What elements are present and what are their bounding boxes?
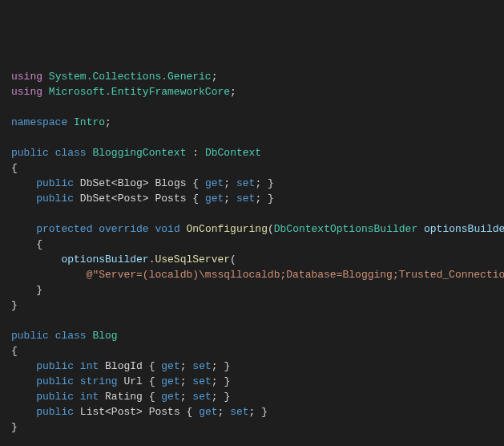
blank-line [11,99,493,115]
class-name: BloggingContext [92,147,186,159]
code-line: using System.Collections.Generic; [11,69,493,84]
code-line: { [11,160,493,176]
code-line: } [11,298,493,313]
code-line: public class Blog [11,328,493,343]
code-editor[interactable]: using System.Collections.Generic;using M… [11,69,493,446]
method-name: OnConfiguring [187,223,268,235]
code-line: } [11,282,493,298]
code-line: public List<Post> Posts { get; set; } [11,404,493,420]
namespace-name: Intro [74,116,105,128]
code-line: } [11,420,493,435]
code-line: public int BlogId { get; set; } [11,359,493,374]
code-line: using Microsoft.EntityFrameworkCore; [11,84,493,99]
class-name: Blog [92,330,117,342]
connection-string: @"Server=(localdb)\mssqllocaldb;Database… [87,269,504,281]
blank-line [11,206,493,221]
keyword-using: using [11,71,42,83]
blank-line [11,130,493,145]
code-line: optionsBuilder.UseSqlServer( [11,252,493,267]
blank-line [11,435,493,446]
code-line: @"Server=(localdb)\mssqllocaldb;Database… [11,267,493,282]
namespace-ref: Microsoft.EntityFrameworkCore [49,86,230,98]
blank-line [11,313,493,328]
namespace-ref: System.Collections.Generic [49,71,212,83]
code-line: public string Url { get; set; } [11,374,493,389]
keyword-using: using [11,86,42,98]
code-line: { [11,343,493,359]
base-class: DbContext [205,147,261,159]
code-line: { [11,237,493,252]
code-line: protected override void OnConfiguring(Db… [11,221,493,237]
code-line: public DbSet<Blog> Blogs { get; set; } [11,176,493,191]
code-line: public class BloggingContext : DbContext [11,145,493,160]
keyword-namespace: namespace [11,116,67,128]
code-line: public DbSet<Post> Posts { get; set; } [11,191,493,206]
code-line: public int Rating { get; set; } [11,389,493,404]
code-line: namespace Intro; [11,115,493,130]
